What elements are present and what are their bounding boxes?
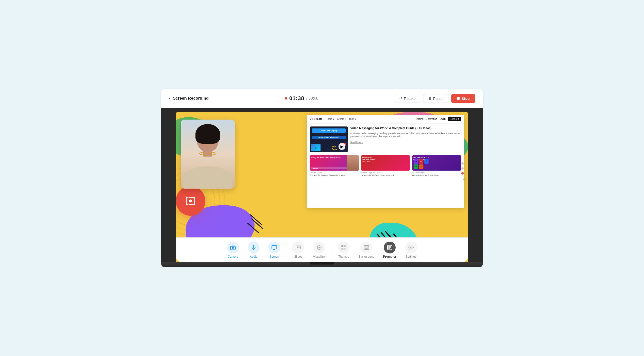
toolbar-item-screen[interactable]: Screen: [264, 240, 284, 260]
brand-logo: VEED.IO: [310, 118, 322, 121]
svg-rect-40: [364, 246, 369, 248]
camera-icon: [230, 245, 236, 251]
pause-icon: ⏸: [428, 96, 432, 101]
prompter-icon: [387, 245, 393, 251]
slides-label: Slides: [294, 255, 302, 258]
toolbar-item-slides[interactable]: Slides: [288, 240, 308, 260]
back-button[interactable]: ‹: [169, 96, 170, 101]
svg-rect-20: [194, 197, 195, 205]
card-tag-1: Tips and Guides: [310, 172, 359, 173]
card-youtube-title: How to EditYouTube VideosLike a Pro!: [362, 156, 409, 163]
visualizer-label: Visualizer: [313, 255, 326, 258]
svg-point-22: [232, 247, 234, 249]
audio-icon-wrap: [248, 242, 260, 253]
featured-thumbnail: Video Messaging Guide, ideas, and how-to…: [310, 126, 348, 152]
nav-enterprise[interactable]: Enterprise: [426, 118, 437, 120]
top-bar-left: ‹ Screen Recording: [169, 96, 209, 101]
card-thumb-youtube: How to EditYouTube VideosLike a Pro!: [361, 155, 410, 170]
toolbar-item-camera[interactable]: Camera: [223, 240, 243, 260]
themes-label: Themes: [338, 255, 349, 258]
browser-nav: VEED.IO Tools ▾ Create ▾ Blog ▾ Pricing …: [307, 115, 464, 123]
pause-button[interactable]: ⏸ Pause: [423, 94, 448, 103]
nav-tools[interactable]: Tools ▾: [326, 118, 334, 120]
nav-login[interactable]: Login: [440, 118, 446, 120]
svg-rect-38: [344, 248, 346, 250]
toolbar-item-prompter[interactable]: Prompter: [379, 240, 400, 260]
prompter-icon-wrap: [384, 242, 396, 253]
stop-button[interactable]: Stop: [451, 94, 475, 103]
webcam-overlay: 👤: [311, 144, 320, 151]
page-title: Screen Recording: [173, 96, 209, 101]
person-silhouette: [181, 120, 235, 189]
screen-icon: [271, 245, 277, 251]
settings-gear-icon: [408, 245, 414, 251]
browser-nav-right: Pricing Enterprise Login Sign up: [416, 117, 461, 121]
svg-rect-36: [344, 245, 346, 247]
toolbar-item-background[interactable]: Background: [354, 240, 378, 260]
article-main: Video Messaging Guide, ideas, and how-to…: [307, 123, 464, 208]
signup-button[interactable]: Sign up: [448, 117, 461, 121]
read-more-link[interactable]: Read More ›: [350, 141, 362, 143]
top-bar: ‹ Screen Recording 01:38 / 60:00 ↺ Retak…: [161, 89, 483, 108]
laptop-base: [161, 262, 483, 267]
camera-feed: [181, 120, 235, 189]
card-thumb-loom: We Tried the Top 5Loom Alternatives... ✸…: [412, 155, 461, 170]
svg-point-46: [410, 247, 412, 248]
current-time: 01:38: [289, 95, 304, 102]
laptop-notch: [310, 262, 334, 265]
slides-icon-wrap: [292, 242, 304, 253]
background-icon-wrap: [360, 242, 372, 253]
retake-icon: ↺: [399, 96, 402, 101]
toolbar-item-audio[interactable]: Audio: [244, 240, 264, 260]
visualizer-icon: [316, 245, 322, 251]
svg-rect-31: [298, 247, 300, 247]
recording-status: 01:38 / 60:00: [285, 95, 318, 102]
svg-rect-24: [253, 245, 254, 248]
dot-plus-button[interactable]: +: [461, 177, 466, 182]
settings-icon-wrap: [405, 242, 417, 253]
retake-button[interactable]: ↺ Retake: [394, 94, 420, 103]
card-desc-3: We tested the top 5 best Loom: [412, 174, 461, 176]
play-button-overlay[interactable]: ▶: [338, 143, 346, 150]
camera-icon-wrap: [227, 242, 239, 253]
featured-thumb-content: Video Messaging Guide, ideas, and how-to…: [310, 126, 348, 152]
nav-blog[interactable]: Blog ▾: [349, 118, 356, 120]
svg-rect-19: [186, 197, 187, 205]
laptop-body: VEED.IO Tools ▾ Create ▾ Blog ▾ Pricing …: [161, 108, 483, 267]
card-youtube: How to EditYouTube VideosLike a Pro! Tut…: [361, 155, 410, 176]
dot-3-active[interactable]: [461, 172, 464, 174]
card-thumb-instagram: Instagram Reels Top 3 Editing Tools Add …: [310, 155, 359, 170]
microphone-icon: [250, 245, 256, 251]
toolbar-divider-2: [332, 243, 332, 257]
camera-label: Camera: [228, 255, 238, 258]
toolbar-item-themes[interactable]: Themes: [334, 240, 354, 260]
toolbar-divider-1: [286, 243, 286, 257]
background-icon: [363, 245, 369, 251]
card-loom: We Tried the Top 5Loom Alternatives... ✸…: [412, 155, 461, 176]
svg-rect-30: [297, 247, 298, 248]
nav-pricing[interactable]: Pricing: [416, 118, 424, 120]
card-instagram: Instagram Reels Top 3 Editing Tools Add …: [310, 155, 359, 176]
toolbar-item-settings[interactable]: Settings: [401, 240, 421, 260]
featured-desc: Done right, video messaging can help you…: [350, 132, 461, 138]
webpage-preview: VEED.IO Tools ▾ Create ▾ Blog ▾ Pricing …: [307, 115, 464, 208]
dot-1[interactable]: [461, 162, 464, 165]
vid-subtitle-overlay: Guide, ideas, and how-to: [312, 136, 346, 139]
record-button-large[interactable]: [176, 186, 205, 216]
card-desc-2: How to edit YouTube videos like a pro: [361, 174, 410, 176]
hey-drew-text: HeyDrew: [332, 145, 337, 150]
nav-create[interactable]: Create ▾: [337, 118, 346, 120]
screen-icon-wrap: [268, 242, 280, 253]
cards-row: Instagram Reels Top 3 Editing Tools Add …: [310, 155, 461, 176]
stop-icon: [457, 97, 460, 100]
camera-record-icon: [185, 195, 196, 207]
card-desc-1: The only 3 Instagram Reels editing apps: [310, 174, 359, 176]
audio-label: Audio: [250, 255, 258, 258]
svg-rect-35: [342, 245, 344, 247]
vid-title-overlay: Video Messaging: [312, 128, 346, 133]
top-bar-actions: ↺ Retake ⏸ Pause Stop: [394, 94, 475, 103]
featured-title: Video Messaging for Work: A Complete Gui…: [350, 126, 461, 130]
toolbar-item-visualizer[interactable]: Visualizer: [309, 240, 330, 260]
card-tag-2: Tutorials · Tips and Guides: [361, 172, 410, 173]
dot-2[interactable]: [461, 167, 464, 170]
